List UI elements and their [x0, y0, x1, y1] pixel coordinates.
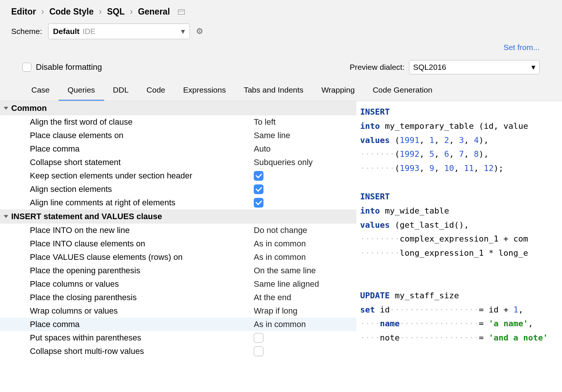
disable-formatting-label: Disable formatting — [36, 62, 102, 72]
setting-value[interactable]: Wrap if long — [254, 306, 297, 316]
setting-label: Place the closing parenthesis — [30, 293, 254, 302]
setting-row[interactable]: Place the opening parenthesisOn the same… — [0, 264, 356, 277]
chevron-right-icon: › — [99, 7, 102, 17]
section-title: Common — [11, 103, 47, 113]
preview-dialect-value: SQL2016 — [413, 63, 446, 72]
setting-row[interactable]: Place INTO clause elements onAs in commo… — [0, 237, 356, 251]
settings-header: Editor › Code Style › SQL › General Sche… — [0, 0, 562, 101]
setting-label: Align line comments at right of elements — [30, 198, 254, 208]
tab-code[interactable]: Code — [138, 82, 174, 101]
scheme-label: Scheme: — [11, 27, 42, 36]
section-header[interactable]: Common — [0, 101, 356, 115]
setting-label: Wrap columns or values — [30, 306, 254, 316]
caret-down-icon: ▾ — [181, 27, 185, 36]
settings-tree[interactable]: CommonAlign the first word of clauseTo l… — [0, 101, 356, 358]
setting-value[interactable]: As in common — [254, 252, 306, 262]
tab-wrapping[interactable]: Wrapping — [312, 82, 364, 101]
preview-dialect-label: Preview dialect: — [350, 63, 405, 72]
tab-queries[interactable]: Queries — [59, 82, 104, 101]
setting-row[interactable]: Place clause elements onSame line — [0, 129, 356, 142]
setting-row[interactable]: Put spaces within parentheses — [0, 331, 356, 345]
setting-label: Place columns or values — [30, 279, 254, 289]
setting-row[interactable]: Place commaAs in common — [0, 318, 356, 331]
setting-row[interactable]: Align the first word of clauseTo left — [0, 115, 356, 129]
preview-pane: INSERTinto my_temporary_table (id, value… — [356, 101, 562, 358]
checkbox-icon[interactable] — [254, 198, 263, 208]
setting-label: Put spaces within parentheses — [30, 333, 254, 343]
checkbox-icon[interactable] — [254, 171, 263, 181]
setting-value[interactable]: At the end — [254, 293, 291, 302]
setting-value[interactable]: Same line — [254, 131, 290, 140]
setting-row[interactable]: Collapse short statementSubqueries only — [0, 156, 356, 169]
setting-label: Place clause elements on — [30, 131, 254, 140]
checkbox-icon[interactable] — [254, 184, 263, 194]
setting-label: Align section elements — [30, 184, 254, 194]
breadcrumb-seg[interactable]: SQL — [107, 7, 125, 17]
breadcrumb-seg[interactable]: General — [138, 7, 170, 17]
preview-dialect-row: Preview dialect: SQL2016 ▾ — [350, 60, 540, 74]
setting-row[interactable]: Collapse short multi-row values — [0, 345, 356, 358]
checkbox-icon[interactable] — [254, 346, 263, 356]
scheme-row: Scheme: Default IDE ▾ — [11, 24, 551, 43]
tab-case[interactable]: Case — [22, 82, 59, 101]
setting-label: Place the opening parenthesis — [30, 266, 254, 276]
tab-code-generation[interactable]: Code Generation — [364, 82, 441, 101]
setting-row[interactable]: Place columns or valuesSame line aligned — [0, 277, 356, 291]
caret-down-icon: ▾ — [531, 63, 536, 72]
chevron-down-icon — [4, 107, 8, 110]
scheme-name: Default — [53, 27, 79, 36]
setting-row[interactable]: Wrap columns or valuesWrap if long — [0, 304, 356, 318]
setting-label: Align the first word of clause — [30, 117, 254, 127]
tab-expressions[interactable]: Expressions — [174, 82, 235, 101]
breadcrumb-seg[interactable]: Code Style — [49, 7, 94, 17]
checkbox-icon[interactable] — [254, 333, 263, 343]
setting-row[interactable]: Place the closing parenthesisAt the end — [0, 291, 356, 304]
breadcrumb-seg[interactable]: Editor — [11, 7, 36, 17]
tab-ddl[interactable]: DDL — [104, 82, 138, 101]
gear-icon[interactable] — [196, 27, 203, 36]
set-from-link[interactable]: Set from... — [503, 43, 540, 52]
scheme-tag: IDE — [82, 27, 96, 36]
setting-label: Place comma — [30, 320, 254, 329]
setting-value[interactable]: Subqueries only — [254, 158, 313, 167]
chevron-right-icon: › — [130, 7, 133, 17]
setting-label: Place comma — [30, 144, 254, 154]
setting-label: Place INTO on the new line — [30, 225, 254, 235]
setting-value[interactable]: On the same line — [254, 266, 316, 276]
setting-value[interactable]: Same line aligned — [254, 279, 319, 289]
setting-value[interactable]: Do not change — [254, 225, 307, 235]
setting-row[interactable]: Place VALUES clause elements (rows) onAs… — [0, 251, 356, 264]
setting-label: Collapse short multi-row values — [30, 346, 254, 356]
setting-value[interactable]: As in common — [254, 320, 306, 329]
setting-value[interactable]: Auto — [254, 144, 271, 154]
tabs: CaseQueriesDDLCodeExpressionsTabs and In… — [11, 82, 551, 101]
setting-label: Keep section elements under section head… — [30, 171, 254, 181]
chevron-right-icon: › — [41, 7, 44, 17]
setting-row[interactable]: Place INTO on the new lineDo not change — [0, 224, 356, 237]
show-in-window-icon[interactable] — [178, 9, 185, 15]
chevron-down-icon — [4, 215, 8, 218]
section-header[interactable]: INSERT statement and VALUES clause — [0, 209, 356, 224]
preview-dialect-select[interactable]: SQL2016 ▾ — [409, 60, 540, 74]
breadcrumb: Editor › Code Style › SQL › General — [11, 7, 551, 24]
disable-formatting-checkbox[interactable]: Disable formatting — [22, 62, 102, 72]
checkbox-icon — [22, 63, 31, 72]
tab-tabs-and-indents[interactable]: Tabs and Indents — [235, 82, 312, 101]
setting-row[interactable]: Align section elements — [0, 183, 356, 196]
setting-row[interactable]: Place commaAuto — [0, 142, 356, 156]
setting-label: Collapse short statement — [30, 158, 254, 167]
setting-label: Place INTO clause elements on — [30, 239, 254, 249]
section-title: INSERT statement and VALUES clause — [11, 212, 162, 221]
setting-row[interactable]: Keep section elements under section head… — [0, 169, 356, 183]
scheme-select[interactable]: Default IDE ▾ — [48, 24, 190, 39]
setting-label: Place VALUES clause elements (rows) on — [30, 252, 254, 262]
setting-value[interactable]: To left — [254, 117, 276, 127]
setting-value[interactable]: As in common — [254, 239, 306, 249]
setting-row[interactable]: Align line comments at right of elements — [0, 196, 356, 209]
